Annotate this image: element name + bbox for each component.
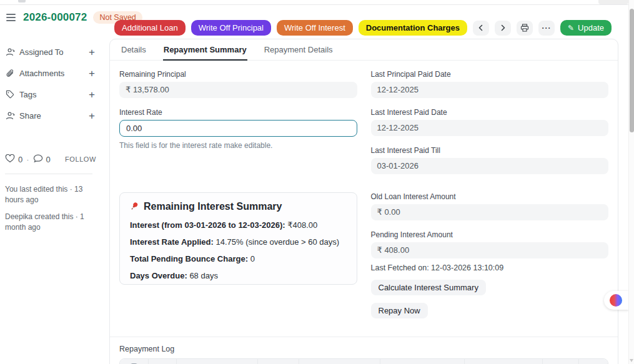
sidebar-item-label: Share [19,111,41,121]
field-label: Last Principal Paid Date [371,70,609,79]
ellipsis-icon: ··· [542,24,552,32]
summary-line-label: Days Overdue: [130,271,187,280]
scrollbar-down-arrow[interactable] [630,359,633,362]
sidebar-item-share: Share + [5,109,96,122]
extension-fab[interactable] [604,291,629,310]
column-header-no: No. [149,359,177,364]
add-assignment-button[interactable]: + [87,47,96,57]
last-edited-note: You last edited this · 13 hours ago [5,184,96,205]
remaining-principal-value: ₹ 13,578.00 [119,82,357,98]
menu-button[interactable]: ··· [538,21,555,36]
sidebar-item-attachments: Attachments + [5,67,96,79]
paperclip-icon [5,69,15,78]
print-button[interactable] [517,21,533,36]
summary-line-label: Interest (from 03-01-2026 to 12-03-2026)… [130,220,285,230]
field-label: Interest Rate [119,108,357,117]
sidebar-item-assigned-to: Assigned To + [5,46,96,58]
chevron-right-icon [500,24,506,31]
tab-details[interactable]: Details [121,39,147,61]
printer-icon [520,24,529,32]
repay-now-button[interactable]: Repay Now [371,303,428,318]
field-pending-interest-amount: Pending Interest Amount ₹ 408.00 [371,230,609,258]
update-button[interactable]: ✎ Update [560,20,612,36]
chevron-left-icon [478,24,484,31]
add-tag-button[interactable]: + [87,89,96,100]
repayment-log-table: No. Repayment Date Mode of... Old Intere… [119,358,608,364]
column-header-repayment-date: Repayment Date [177,359,258,364]
field-label: Pending Interest Amount [371,230,609,239]
add-share-button[interactable]: + [87,111,96,121]
page-scrollbar[interactable] [628,0,634,364]
tab-repayment-summary[interactable]: Repayment Summary [163,39,247,61]
repayment-log-label: Repayment Log [119,345,608,353]
summary-line-overdue: Days Overdue: 68 days [130,271,347,280]
scrollbar-thumb[interactable] [630,9,634,132]
app-window: 2026-000072 Not Saved Additional Loan Wr… [0,0,634,364]
social-row: 0 · 0 FOLLOW [5,153,96,165]
likes-count: 0 [18,155,22,164]
table-header-row: No. Repayment Date Mode of... Old Intere… [120,359,608,364]
section-divider [110,337,618,337]
pending-interest-amount-value: ₹ 408.00 [371,242,609,258]
form-tabs: Details Repayment Summary Repayment Deta… [110,39,618,61]
interest-rate-input[interactable] [119,120,357,137]
column-header-print: Print [543,359,579,364]
sidebar-item-label: Assigned To [19,47,64,57]
summary-line-value: ₹408.00 [287,220,317,230]
navbar-remnant-pill [598,0,628,4]
summary-line-interest: Interest (from 03-01-2026 to 12-03-2026)… [130,220,347,230]
next-record-button[interactable] [495,21,511,36]
field-remaining-principal: Remaining Principal ₹ 13,578.00 [119,70,357,98]
created-note: Deepika created this · 1 month ago [5,212,96,233]
summary-title-row: Remaining Interest Summary [130,200,347,213]
field-label: Remaining Principal [119,70,357,79]
add-attachment-button[interactable]: + [87,68,96,79]
summary-line-value: 68 days [189,271,218,280]
last-interest-paid-till-value: 03-01-2026 [371,158,609,174]
brain-icon [610,294,622,307]
column-header-old-interest-amount: Old Interest Amount [299,359,380,364]
form-area: Remaining Principal ₹ 13,578.00 Interest… [110,61,618,364]
write-off-principal-button[interactable]: Write Off Principal [191,20,271,36]
assign-user-icon [5,47,15,57]
page-title: 2026-000072 [23,11,87,24]
field-old-loan-interest-amount: Old Loan Interest Amount ₹ 0.00 [371,192,609,220]
field-label: Last Interest Paid Date [371,108,609,117]
field-interest-rate: Interest Rate This field is for the inte… [119,108,357,150]
sidebar-item-label: Tags [19,90,36,99]
tab-repayment-details[interactable]: Repayment Details [264,39,334,61]
additional-loan-button[interactable]: Additional Loan [114,20,186,36]
sidebar-item-tags: Tags + [5,88,96,101]
field-label: Last Interest Paid Till [371,146,609,155]
update-button-label: Update [578,23,604,32]
form-section-2: Remaining Interest Summary Interest (fro… [119,192,608,326]
navbar-remnant-mark [18,0,26,2]
column-header-principal-amount: Principal Amount [465,359,543,364]
write-off-interest-button[interactable]: Write Off Interest [277,20,353,36]
comment-icon[interactable] [33,154,43,165]
page-header: 2026-000072 Not Saved Additional Loan Wr… [0,5,628,39]
form-section-1: Remaining Principal ₹ 13,578.00 Interest… [119,70,608,174]
column-header-interest-amount: Interest Amount [380,359,465,364]
summary-line-bounce: Total Pending Bounce Charge: 0 [130,254,347,263]
sidebar-item-label: Attachments [19,69,64,78]
heart-icon[interactable] [5,154,15,165]
share-user-icon [5,111,15,121]
column-header-mode-of: Mode of... [258,359,299,364]
sidebar-divider [5,174,92,174]
calculate-interest-summary-button[interactable]: Calculate Interest Summary [371,280,486,295]
prev-record-button[interactable] [473,21,489,36]
documentation-charges-button[interactable]: Documentation Charges [359,20,467,36]
summary-line-label: Total Pending Bounce Charge: [130,254,248,263]
field-last-interest-paid-date: Last Interest Paid Date 12-12-2025 [371,108,609,136]
remaining-interest-summary-box: Remaining Interest Summary Interest (fro… [119,192,357,285]
action-toolbar: Additional Loan Write Off Principal Writ… [114,20,612,36]
comments-count: 0 [46,155,51,164]
separator-dot: · [26,155,29,164]
last-fetched-text: Last Fetched on: 12-03-2026 13:10:09 [371,263,609,272]
field-label: Old Loan Interest Amount [371,192,609,201]
follow-button[interactable]: FOLLOW [65,155,96,163]
sidebar-toggle-icon[interactable] [5,12,17,23]
navbar-remnant [0,0,628,5]
last-principal-paid-date-value: 12-12-2025 [371,82,609,98]
